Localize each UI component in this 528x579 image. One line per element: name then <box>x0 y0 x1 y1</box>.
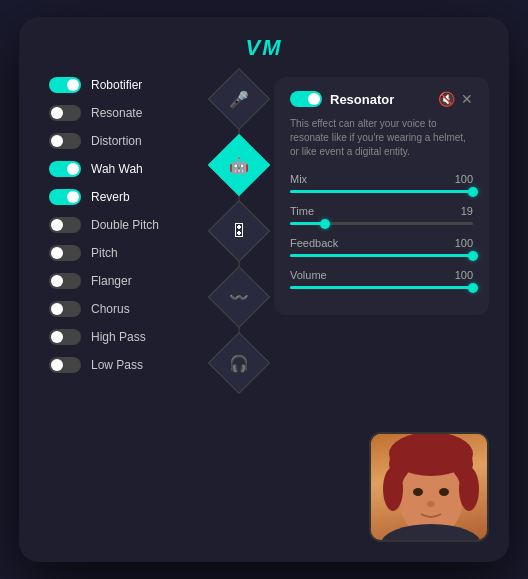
panel-header: Resonator 🔇 ✕ <box>290 91 473 107</box>
toggle-flanger[interactable] <box>49 273 81 289</box>
slider-thumb-volume <box>468 283 478 293</box>
slider-row-feedback: Feedback100 <box>290 237 473 257</box>
close-button[interactable]: ✕ <box>461 91 473 107</box>
effect-name-wah-wah: Wah Wah <box>91 162 143 176</box>
panel-controls: 🔇 ✕ <box>438 91 473 107</box>
effect-name-high-pass: High Pass <box>91 330 146 344</box>
chain-area: 🎤🤖🎛〰️🎧 <box>214 77 264 385</box>
svg-point-5 <box>459 467 479 511</box>
slider-row-mix: Mix100 <box>290 173 473 193</box>
chain-node-icon-headphones: 🎧 <box>229 354 249 373</box>
toggle-low-pass[interactable] <box>49 357 81 373</box>
chain-node-icon-robot: 🤖 <box>229 156 249 175</box>
chain-node-icon-mic: 🎤 <box>229 90 249 109</box>
toggle-pitch[interactable] <box>49 245 81 261</box>
svg-point-4 <box>383 467 403 511</box>
effect-name-reverb: Reverb <box>91 190 130 204</box>
slider-label-volume: Volume <box>290 269 327 281</box>
slider-label-time: Time <box>290 205 314 217</box>
resonator-title: Resonator <box>330 92 394 107</box>
slider-fill-feedback <box>290 254 473 257</box>
sliders-container: Mix100Time19Feedback100Volume100 <box>290 173 473 289</box>
svg-point-8 <box>427 501 435 507</box>
slider-value-time: 19 <box>449 205 473 217</box>
slider-fill-mix <box>290 190 473 193</box>
slider-value-volume: 100 <box>449 269 473 281</box>
app-logo: VM <box>246 35 283 61</box>
slider-track-volume <box>290 286 473 289</box>
face-svg <box>371 434 489 542</box>
toggle-robotifier[interactable] <box>49 77 81 93</box>
resonator-panel: Resonator 🔇 ✕ This effect can alter your… <box>274 77 489 315</box>
slider-thumb-mix <box>468 187 478 197</box>
toggle-high-pass[interactable] <box>49 329 81 345</box>
slider-track-time <box>290 222 473 225</box>
effect-name-robotifier: Robotifier <box>91 78 142 92</box>
app-container: VM RobotifierResonateDistortionWah WahRe… <box>19 17 509 562</box>
effect-item-low-pass[interactable]: Low Pass <box>49 357 209 373</box>
effect-item-resonate[interactable]: Resonate <box>49 105 209 121</box>
svg-point-9 <box>381 524 481 542</box>
slider-label-row-mix: Mix100 <box>290 173 473 185</box>
toggle-resonate[interactable] <box>49 105 81 121</box>
effect-name-chorus: Chorus <box>91 302 130 316</box>
effect-name-flanger: Flanger <box>91 274 132 288</box>
effect-name-resonate: Resonate <box>91 106 142 120</box>
effect-item-chorus[interactable]: Chorus <box>49 301 209 317</box>
chain-node-icon-wave: 〰️ <box>229 288 249 307</box>
effect-name-double-pitch: Double Pitch <box>91 218 159 232</box>
effect-name-low-pass: Low Pass <box>91 358 143 372</box>
chain-node-wave[interactable]: 〰️ <box>208 266 270 328</box>
webcam-face <box>371 434 487 540</box>
effect-name-distortion: Distortion <box>91 134 142 148</box>
chain-node-icon-equalizer: 🎛 <box>231 222 247 240</box>
effect-item-double-pitch[interactable]: Double Pitch <box>49 217 209 233</box>
resonator-toggle[interactable] <box>290 91 322 107</box>
slider-label-row-feedback: Feedback100 <box>290 237 473 249</box>
slider-value-mix: 100 <box>449 173 473 185</box>
effect-item-flanger[interactable]: Flanger <box>49 273 209 289</box>
mute-button[interactable]: 🔇 <box>438 91 455 107</box>
slider-row-time: Time19 <box>290 205 473 225</box>
resonator-description: This effect can alter your voice to reso… <box>290 117 473 159</box>
webcam-preview <box>369 432 489 542</box>
effect-item-wah-wah[interactable]: Wah Wah <box>49 161 209 177</box>
effect-item-reverb[interactable]: Reverb <box>49 189 209 205</box>
slider-label-mix: Mix <box>290 173 307 185</box>
effect-item-robotifier[interactable]: Robotifier <box>49 77 209 93</box>
slider-fill-time <box>290 222 325 225</box>
effect-item-distortion[interactable]: Distortion <box>49 133 209 149</box>
effects-panel: RobotifierResonateDistortionWah WahRever… <box>49 77 209 373</box>
chain-node-mic[interactable]: 🎤 <box>208 68 270 130</box>
slider-track-mix <box>290 190 473 193</box>
svg-point-6 <box>413 488 423 496</box>
panel-title-group: Resonator <box>290 91 394 107</box>
slider-track-feedback <box>290 254 473 257</box>
slider-value-feedback: 100 <box>449 237 473 249</box>
effect-item-high-pass[interactable]: High Pass <box>49 329 209 345</box>
toggle-chorus[interactable] <box>49 301 81 317</box>
toggle-distortion[interactable] <box>49 133 81 149</box>
slider-label-row-volume: Volume100 <box>290 269 473 281</box>
logo-area: VM <box>246 35 283 61</box>
effect-item-pitch[interactable]: Pitch <box>49 245 209 261</box>
slider-label-feedback: Feedback <box>290 237 338 249</box>
svg-point-3 <box>389 434 473 476</box>
toggle-reverb[interactable] <box>49 189 81 205</box>
slider-fill-volume <box>290 286 473 289</box>
slider-thumb-feedback <box>468 251 478 261</box>
chain-node-robot[interactable]: 🤖 <box>208 134 270 196</box>
svg-point-7 <box>439 488 449 496</box>
slider-row-volume: Volume100 <box>290 269 473 289</box>
chain-node-equalizer[interactable]: 🎛 <box>208 200 270 262</box>
chain-node-headphones[interactable]: 🎧 <box>208 332 270 394</box>
toggle-double-pitch[interactable] <box>49 217 81 233</box>
slider-thumb-time <box>320 219 330 229</box>
slider-label-row-time: Time19 <box>290 205 473 217</box>
toggle-wah-wah[interactable] <box>49 161 81 177</box>
effect-name-pitch: Pitch <box>91 246 118 260</box>
